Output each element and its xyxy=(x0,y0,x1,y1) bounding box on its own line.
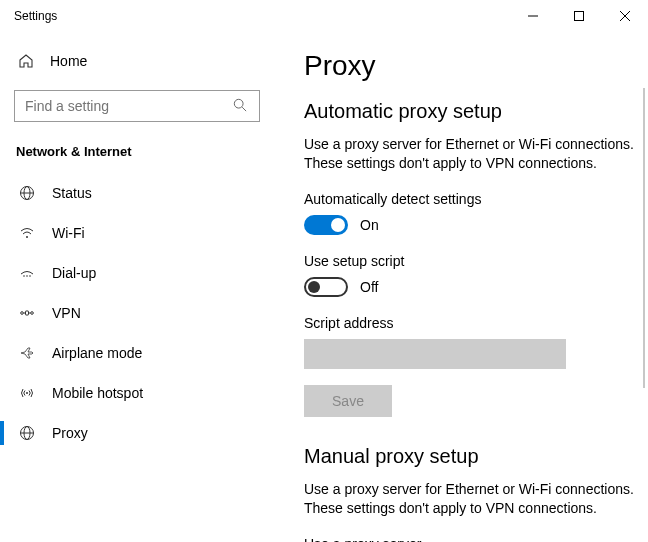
use-proxy-label: Use a proxy server xyxy=(304,536,648,542)
sidebar-item-hotspot[interactable]: Mobile hotspot xyxy=(0,373,274,413)
sidebar-item-label: Mobile hotspot xyxy=(52,385,143,401)
sidebar: Home Network & Internet Status Wi-Fi Dia… xyxy=(0,32,274,542)
svg-rect-16 xyxy=(26,311,29,315)
svg-point-12 xyxy=(29,275,31,277)
sidebar-item-proxy[interactable]: Proxy xyxy=(0,413,274,453)
svg-point-11 xyxy=(26,275,28,277)
sidebar-item-wifi[interactable]: Wi-Fi xyxy=(0,213,274,253)
auto-detect-toggle[interactable] xyxy=(304,215,348,235)
auto-detect-label: Automatically detect settings xyxy=(304,191,648,207)
svg-point-14 xyxy=(31,312,34,315)
main-content: Proxy Automatic proxy setup Use a proxy … xyxy=(274,32,648,542)
window-controls xyxy=(510,0,648,32)
sidebar-item-label: Dial-up xyxy=(52,265,96,281)
search-box[interactable] xyxy=(14,90,260,122)
manual-desc: Use a proxy server for Ethernet or Wi-Fi… xyxy=(304,480,634,518)
titlebar: Settings xyxy=(0,0,648,32)
svg-line-5 xyxy=(242,107,246,111)
manual-heading: Manual proxy setup xyxy=(304,445,648,468)
sidebar-item-vpn[interactable]: VPN xyxy=(0,293,274,333)
search-icon xyxy=(233,98,249,114)
maximize-button[interactable] xyxy=(556,0,602,32)
category-title: Network & Internet xyxy=(0,122,274,173)
auto-heading: Automatic proxy setup xyxy=(304,100,648,123)
svg-point-10 xyxy=(23,275,25,277)
setup-script-state: Off xyxy=(360,279,378,295)
home-nav[interactable]: Home xyxy=(0,42,274,80)
sidebar-item-status[interactable]: Status xyxy=(0,173,274,213)
home-label: Home xyxy=(50,53,87,69)
window-title: Settings xyxy=(14,9,510,23)
auto-desc: Use a proxy server for Ethernet or Wi-Fi… xyxy=(304,135,634,173)
setup-script-label: Use setup script xyxy=(304,253,648,269)
hotspot-icon xyxy=(18,384,36,402)
airplane-icon xyxy=(18,344,36,362)
close-button[interactable] xyxy=(602,0,648,32)
sidebar-item-label: Proxy xyxy=(52,425,88,441)
globe-icon xyxy=(18,184,36,202)
sidebar-item-label: VPN xyxy=(52,305,81,321)
setup-script-toggle[interactable] xyxy=(304,277,348,297)
sidebar-item-dialup[interactable]: Dial-up xyxy=(0,253,274,293)
sidebar-item-label: Airplane mode xyxy=(52,345,142,361)
sidebar-item-label: Wi-Fi xyxy=(52,225,85,241)
sidebar-item-label: Status xyxy=(52,185,92,201)
svg-point-13 xyxy=(21,312,24,315)
home-icon xyxy=(18,53,34,69)
vpn-icon xyxy=(18,304,36,322)
script-address-label: Script address xyxy=(304,315,648,331)
svg-point-17 xyxy=(26,392,28,394)
script-address-input[interactable] xyxy=(304,339,566,369)
sidebar-item-airplane[interactable]: Airplane mode xyxy=(0,333,274,373)
svg-rect-1 xyxy=(575,12,584,21)
wifi-icon xyxy=(18,224,36,242)
globe-icon xyxy=(18,424,36,442)
minimize-button[interactable] xyxy=(510,0,556,32)
page-title: Proxy xyxy=(304,50,648,82)
search-input[interactable] xyxy=(25,98,233,114)
svg-point-4 xyxy=(234,99,243,108)
scrollbar[interactable] xyxy=(643,88,645,388)
save-button[interactable]: Save xyxy=(304,385,392,417)
svg-point-9 xyxy=(26,236,28,238)
auto-detect-state: On xyxy=(360,217,379,233)
dialup-icon xyxy=(18,264,36,282)
